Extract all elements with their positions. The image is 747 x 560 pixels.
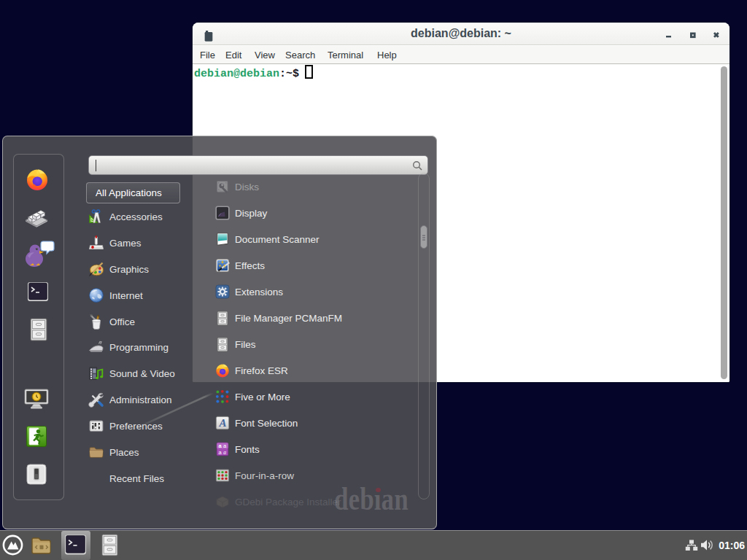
svg-text:A: A <box>218 417 226 429</box>
svg-text:a: a <box>223 449 226 456</box>
